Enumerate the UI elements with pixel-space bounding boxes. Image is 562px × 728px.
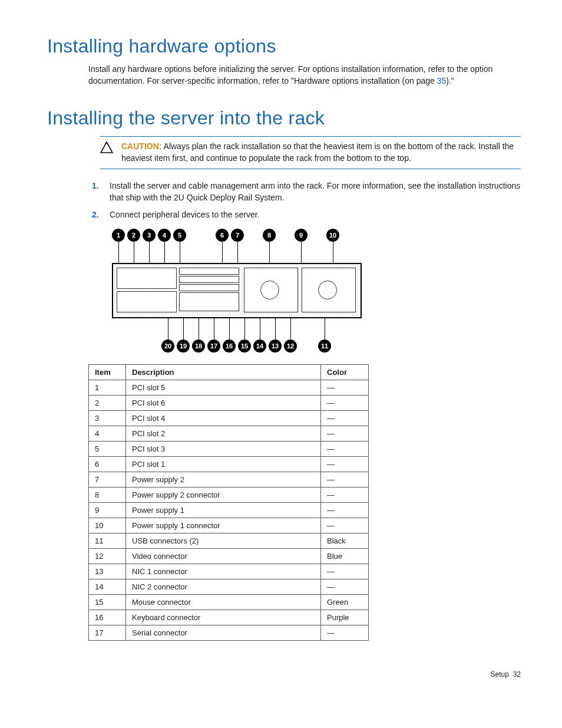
cell-color: Blue bbox=[321, 549, 369, 564]
th-item: Item bbox=[89, 365, 126, 380]
table-row: 1PCI slot 5— bbox=[89, 380, 369, 396]
cell-item: 11 bbox=[89, 533, 126, 549]
cell-color: — bbox=[321, 442, 369, 457]
callout-bubble: 11 bbox=[318, 340, 331, 353]
callout-bubble: 20 bbox=[161, 340, 174, 353]
cell-color: Purple bbox=[321, 610, 369, 625]
cell-item: 2 bbox=[89, 396, 126, 411]
intro-text-pre: Install any hardware options before init… bbox=[88, 64, 492, 85]
caution-block: CAUTION: Always plan the rack installati… bbox=[100, 136, 521, 170]
cell-desc: PCI slot 4 bbox=[126, 411, 321, 426]
cell-color: — bbox=[321, 472, 369, 487]
cell-item: 10 bbox=[89, 518, 126, 533]
steps-list: Install the server and cable management … bbox=[88, 180, 521, 220]
th-color: Color bbox=[321, 365, 369, 380]
cell-item: 15 bbox=[89, 595, 126, 610]
cell-desc: PCI slot 3 bbox=[126, 442, 321, 457]
rear-panel-diagram: 1 2 3 4 5 6 7 8 9 10 20 19 18 17 16 15 1… bbox=[112, 229, 521, 353]
cell-desc: PCI slot 2 bbox=[126, 426, 321, 442]
callout-bubble: 12 bbox=[284, 340, 297, 353]
table-row: 14NIC 2 connector— bbox=[89, 579, 369, 595]
cell-item: 9 bbox=[89, 503, 126, 518]
cell-color: Green bbox=[321, 595, 369, 610]
cell-item: 4 bbox=[89, 426, 126, 442]
cell-desc: USB connectors (2) bbox=[126, 533, 321, 549]
cell-desc: PCI slot 5 bbox=[126, 380, 321, 396]
table-row: 16Keyboard connectorPurple bbox=[89, 610, 369, 625]
table-row: 10Power supply 1 connector— bbox=[89, 518, 369, 533]
callout-bubble: 19 bbox=[177, 340, 190, 353]
cell-desc: NIC 1 connector bbox=[126, 564, 321, 579]
step-item: Connect peripheral devices to the server… bbox=[101, 209, 521, 220]
callout-bubble: 5 bbox=[173, 229, 186, 242]
top-callout-row: 1 2 3 4 5 6 7 8 9 10 bbox=[112, 229, 521, 242]
table-row: 4PCI slot 2— bbox=[89, 426, 369, 442]
callout-bubble: 18 bbox=[192, 340, 205, 353]
cell-color: Black bbox=[321, 533, 369, 549]
cell-item: 12 bbox=[89, 549, 126, 564]
page-link[interactable]: 35 bbox=[437, 76, 447, 85]
callout-bubble: 13 bbox=[269, 340, 282, 353]
cell-desc: Mouse connector bbox=[126, 595, 321, 610]
caution-icon bbox=[100, 141, 117, 155]
th-desc: Description bbox=[126, 365, 321, 380]
callout-bubble: 8 bbox=[263, 229, 276, 242]
table-row: 17Serial connector— bbox=[89, 625, 369, 641]
callout-bubble: 16 bbox=[223, 340, 236, 353]
callout-bubble: 6 bbox=[216, 229, 229, 242]
callout-bubble: 9 bbox=[295, 229, 308, 242]
table-row: 7Power supply 2— bbox=[89, 472, 369, 487]
cell-item: 6 bbox=[89, 457, 126, 472]
table-row: 8Power supply 2 connector— bbox=[89, 487, 369, 503]
cell-color: — bbox=[321, 457, 369, 472]
table-row: 13NIC 1 connector— bbox=[89, 564, 369, 579]
server-rear-illustration bbox=[112, 263, 362, 318]
cell-desc: Power supply 2 bbox=[126, 472, 321, 487]
cell-color: — bbox=[321, 396, 369, 411]
cell-desc: Keyboard connector bbox=[126, 610, 321, 625]
heading-install-rack: Installing the server into the rack bbox=[47, 107, 521, 129]
cell-item: 7 bbox=[89, 472, 126, 487]
table-row: 5PCI slot 3— bbox=[89, 442, 369, 457]
cell-item: 17 bbox=[89, 625, 126, 641]
table-row: 6PCI slot 1— bbox=[89, 457, 369, 472]
cell-color: — bbox=[321, 487, 369, 503]
heading-install-options: Installing hardware options bbox=[47, 35, 521, 57]
cell-item: 14 bbox=[89, 579, 126, 595]
callout-bubble: 10 bbox=[326, 229, 339, 242]
cell-color: — bbox=[321, 426, 369, 442]
table-header-row: Item Description Color bbox=[89, 365, 369, 380]
cell-desc: NIC 2 connector bbox=[126, 579, 321, 595]
footer-section: Setup bbox=[491, 670, 509, 678]
cell-item: 3 bbox=[89, 411, 126, 426]
cell-item: 16 bbox=[89, 610, 126, 625]
caution-text: Always plan the rack installation so tha… bbox=[121, 141, 514, 163]
cell-desc: PCI slot 6 bbox=[126, 396, 321, 411]
table-row: 15Mouse connectorGreen bbox=[89, 595, 369, 610]
cell-desc: Serial connector bbox=[126, 625, 321, 641]
bottom-callout-row: 20 19 18 17 16 15 14 13 12 11 bbox=[161, 340, 521, 353]
page-footer: Setup 32 bbox=[47, 670, 521, 678]
cell-color: — bbox=[321, 518, 369, 533]
intro-paragraph: Install any hardware options before init… bbox=[88, 63, 521, 87]
callout-bubble: 1 bbox=[112, 229, 125, 242]
callout-bubble: 3 bbox=[143, 229, 156, 242]
callout-bubble: 2 bbox=[127, 229, 140, 242]
cell-color: — bbox=[321, 380, 369, 396]
cell-item: 13 bbox=[89, 564, 126, 579]
cell-color: — bbox=[321, 579, 369, 595]
cell-color: — bbox=[321, 625, 369, 641]
callout-bubble: 7 bbox=[231, 229, 244, 242]
table-row: 12Video connectorBlue bbox=[89, 549, 369, 564]
table-row: 3PCI slot 4— bbox=[89, 411, 369, 426]
callout-bubble: 15 bbox=[238, 340, 251, 353]
caution-label: CAUTION: bbox=[121, 141, 161, 151]
callout-bubble: 17 bbox=[207, 340, 220, 353]
cell-color: — bbox=[321, 503, 369, 518]
cell-desc: PCI slot 1 bbox=[126, 457, 321, 472]
footer-page: 32 bbox=[513, 670, 521, 678]
intro-text-post: )." bbox=[446, 76, 454, 85]
table-row: 9Power supply 1— bbox=[89, 503, 369, 518]
callout-bubble: 4 bbox=[158, 229, 171, 242]
cell-desc: Power supply 1 connector bbox=[126, 518, 321, 533]
